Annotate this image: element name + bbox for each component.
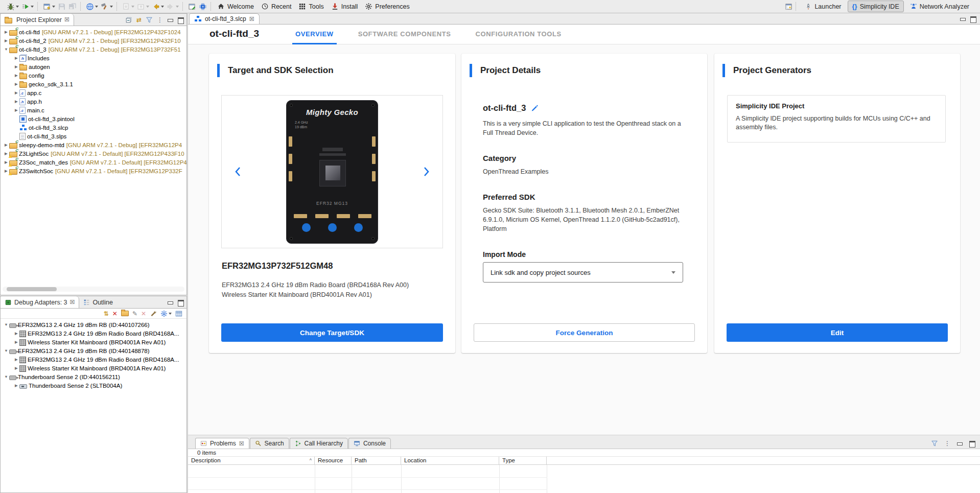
view-menu-icon[interactable]: ⋮ (944, 440, 950, 447)
tree-row[interactable]: ▶ app.h (1, 97, 186, 106)
expander-icon[interactable]: ▶ (13, 90, 19, 95)
expander-icon[interactable]: ▶ (3, 30, 9, 34)
save-button[interactable] (58, 3, 66, 11)
adapter-tools-icon[interactable] (150, 310, 157, 317)
scrollbar-thumb[interactable] (7, 287, 57, 291)
collapse-all-icon[interactable] (125, 16, 132, 24)
link-with-editor-icon[interactable]: ⇄ (136, 17, 142, 23)
adapter-settings-caret[interactable] (169, 313, 172, 315)
adapter-row[interactable]: ▼ EFR32MG13 2.4 GHz 19 dBm RB (ID:440148… (1, 346, 186, 355)
tree-row[interactable]: ot-cli-ftd_3.pintool (1, 114, 186, 123)
edit-pencil-icon[interactable] (531, 104, 539, 112)
expander-icon[interactable]: ▼ (3, 374, 9, 379)
disconnect-icon[interactable]: ✕ (112, 311, 118, 317)
back-dropdown-caret[interactable] (161, 6, 164, 8)
tab-search[interactable]: Search (250, 438, 289, 449)
tools-button[interactable]: Tools (295, 2, 327, 11)
column-resource[interactable]: Resource (315, 457, 352, 464)
debug-button[interactable] (7, 3, 19, 11)
refresh-adapters-icon[interactable]: ⇅ (104, 311, 109, 317)
tree-row[interactable]: ot-cli-ftd_3.slps (1, 132, 186, 140)
import-dropdown-caret[interactable] (131, 6, 134, 8)
run-button[interactable] (21, 3, 34, 11)
adapter-row[interactable]: ▶ Thunderboard Sense 2 (SLTB004A) (1, 381, 186, 390)
tab-call-hierarchy[interactable]: Call Hierarchy (290, 438, 348, 449)
column-type[interactable]: Type (499, 457, 547, 464)
expander-icon[interactable]: ▶ (3, 143, 9, 147)
import-mode-select[interactable]: Link sdk and copy project sources (483, 262, 683, 283)
new-wizard-button[interactable] (43, 3, 55, 11)
expander-icon[interactable]: ▶ (13, 108, 19, 112)
tab-software-components[interactable]: SOFTWARE COMPONENTS (355, 25, 454, 44)
maximize-icon[interactable] (177, 17, 183, 23)
close-icon[interactable]: ☒ (70, 299, 75, 305)
carousel-previous-icon[interactable] (234, 166, 242, 177)
expander-icon[interactable]: ▼ (3, 47, 9, 52)
tree-row[interactable]: ▶ Z3LightSoc [GNU ARM v7.2.1 - Default] … (1, 149, 186, 158)
view-as-table-icon[interactable] (175, 310, 182, 317)
expander-icon[interactable]: ▶ (13, 82, 19, 86)
tab-outline[interactable]: Outline (79, 296, 117, 308)
close-icon[interactable]: ☒ (64, 17, 69, 22)
tree-row[interactable]: ▶ app.c (1, 88, 186, 97)
force-generation-button[interactable]: Force Generation (474, 323, 695, 342)
rename-icon[interactable]: ✎ (132, 311, 137, 317)
web-button[interactable] (86, 3, 98, 11)
web-dropdown-caret[interactable] (95, 6, 98, 8)
delete-icon[interactable]: ✕ (141, 311, 146, 317)
expander-icon[interactable]: ▼ (3, 348, 9, 353)
tab-debug-adapters[interactable]: Debug Adapters: 3 ☒ (1, 296, 79, 308)
minimize-icon[interactable] (960, 16, 966, 22)
new-group-icon[interactable] (121, 311, 129, 316)
tree-row[interactable]: ▶ Z3SwitchSoc [GNU ARM v7.2.1 - Default]… (1, 167, 186, 175)
tab-overview[interactable]: OVERVIEW (292, 25, 337, 44)
back-button[interactable] (152, 3, 164, 11)
tree-row[interactable]: ▶ gecko_sdk_3.1.1 (1, 80, 186, 88)
perspective-simplicity-ide[interactable]: {} Simplicity IDE (848, 1, 904, 12)
column-location[interactable]: Location (401, 457, 499, 464)
expander-icon[interactable]: ▶ (3, 38, 9, 43)
expander-icon[interactable]: ▶ (13, 357, 19, 362)
tree-row[interactable]: ▶ autogen (1, 62, 186, 71)
adapter-settings-button[interactable] (160, 310, 172, 317)
generator-item[interactable]: Simplicity IDE Project A Simplicity IDE … (727, 95, 946, 143)
maximize-icon[interactable] (969, 440, 975, 447)
editor-tab-slcp[interactable]: ot-cli-ftd_3.slcp ☒ (189, 13, 260, 24)
forward-button[interactable] (167, 3, 179, 11)
tab-project-explorer[interactable]: Project Explorer ☒ (1, 14, 74, 26)
open-editor-button[interactable] (188, 3, 196, 11)
run-dropdown-caret[interactable] (31, 6, 34, 8)
adapter-row[interactable]: ▶ EFR32MG13 2.4 GHz 19 dBm Radio Board (… (1, 329, 186, 338)
install-button[interactable]: Install (328, 2, 362, 11)
carousel-next-icon[interactable] (422, 166, 430, 177)
expander-icon[interactable]: ▶ (13, 56, 19, 60)
expander-icon[interactable]: ▶ (13, 99, 19, 104)
minimize-icon[interactable] (167, 299, 173, 306)
flash-programmer-button[interactable] (199, 3, 207, 11)
tab-console[interactable]: Console (348, 438, 391, 449)
adapter-row[interactable]: ▶ Wireless Starter Kit Mainboard (BRD400… (1, 338, 186, 346)
expander-icon[interactable]: ▶ (13, 340, 19, 344)
tab-configuration-tools[interactable]: CONFIGURATION TOOLS (473, 25, 565, 44)
tree-row[interactable]: ▶ ot-cli-ftd_2 [GNU ARM v7.2.1 - Debug] … (1, 36, 186, 45)
open-perspective-button[interactable] (785, 3, 793, 11)
tree-row[interactable]: ▶ ot-cli-ftd [GNU ARM v7.2.1 - Debug] [E… (1, 28, 186, 36)
expander-icon[interactable]: ▶ (13, 64, 19, 69)
tree-row[interactable]: ▶ Includes (1, 54, 186, 62)
expander-icon[interactable]: ▼ (3, 322, 9, 327)
column-description[interactable]: Description ^ (188, 457, 315, 464)
save-all-button[interactable] (68, 3, 77, 11)
perspective-launcher[interactable]: Launcher (800, 1, 846, 12)
maximize-icon[interactable] (177, 299, 183, 306)
import-file-button[interactable] (122, 3, 134, 11)
forward-dropdown-caret[interactable] (176, 6, 179, 8)
recent-button[interactable]: Recent (258, 2, 295, 11)
debug-dropdown-caret[interactable] (16, 6, 19, 8)
preferences-button[interactable]: Preferences (361, 2, 413, 11)
horizontal-scrollbar[interactable] (3, 287, 184, 292)
expander-icon[interactable]: ▶ (13, 366, 19, 370)
view-menu-icon[interactable]: ⋮ (157, 17, 163, 23)
welcome-button[interactable]: Welcome (214, 2, 258, 11)
new-wizard-dropdown-caret[interactable] (52, 6, 55, 8)
minimize-icon[interactable] (167, 17, 173, 23)
